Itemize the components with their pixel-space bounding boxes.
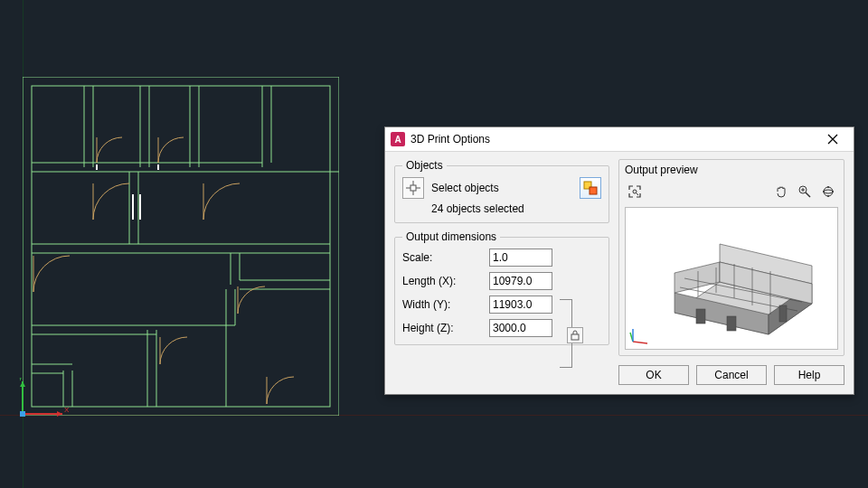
output-preview-label: Output preview (619, 160, 844, 178)
hand-icon (774, 184, 788, 199)
preview-viewport[interactable] (625, 207, 838, 350)
output-dimensions-section: Output dimensions Scale: Length (X) (394, 230, 609, 345)
svg-line-60 (806, 192, 810, 197)
ok-button[interactable]: OK (618, 365, 689, 385)
crosshair-icon (406, 181, 420, 195)
preview-3d-model (626, 208, 838, 349)
close-icon (827, 134, 838, 145)
output-dimensions-label: Output dimensions (402, 230, 500, 243)
height-input[interactable] (489, 319, 552, 337)
svg-rect-55 (590, 187, 597, 194)
objects-selected-count: 24 objects selected (431, 202, 601, 215)
zoom-icon (797, 184, 812, 199)
dialog-titlebar[interactable]: A 3D Print Options (385, 127, 854, 152)
svg-rect-56 (571, 334, 579, 340)
length-label: Length (X): (402, 275, 484, 287)
objects-section-label: Objects (402, 159, 447, 172)
zoom-button[interactable] (795, 182, 815, 202)
orbit-icon (821, 184, 835, 199)
svg-rect-82 (696, 309, 705, 324)
preview-ucs-icon (629, 324, 651, 345)
svg-line-58 (637, 193, 639, 196)
quick-select-button[interactable] (580, 177, 601, 199)
zoom-extents-button[interactable] (625, 182, 645, 202)
svg-rect-0 (23, 77, 339, 416)
app-icon: A (391, 132, 405, 146)
svg-point-64 (824, 190, 833, 193)
svg-rect-83 (727, 316, 736, 331)
cancel-button[interactable]: Cancel (696, 365, 767, 385)
zoom-extents-icon (627, 184, 642, 199)
help-button[interactable]: Help (774, 365, 844, 385)
svg-point-68 (832, 191, 834, 192)
height-label: Height (Z): (402, 322, 484, 334)
lock-aspect-button[interactable] (567, 327, 583, 343)
svg-point-63 (824, 187, 833, 196)
width-input[interactable] (489, 296, 552, 314)
dialog-button-row: OK Cancel Help (385, 361, 854, 394)
print3d-options-dialog: A 3D Print Options Objects (384, 127, 854, 395)
scale-label: Scale: (402, 251, 484, 264)
svg-rect-1 (32, 86, 330, 407)
close-button[interactable] (817, 131, 848, 147)
objects-section: Objects Select objects (394, 159, 609, 223)
svg-rect-49 (410, 185, 416, 191)
pan-button[interactable] (771, 182, 791, 202)
output-preview-section: Output preview (618, 159, 844, 356)
svg-point-66 (827, 195, 829, 197)
dialog-title-text: 3D Print Options (410, 133, 817, 145)
svg-point-65 (827, 186, 829, 188)
lock-icon (570, 330, 580, 341)
svg-point-67 (823, 191, 825, 192)
quick-select-icon (583, 181, 598, 195)
width-label: Width (Y): (402, 298, 484, 311)
select-objects-button[interactable] (402, 177, 424, 199)
select-objects-label: Select objects (431, 182, 499, 194)
orbit-button[interactable] (818, 182, 838, 202)
scale-input[interactable] (489, 249, 552, 267)
length-input[interactable] (489, 272, 552, 290)
svg-rect-84 (779, 305, 787, 322)
floorplan-drawing (23, 77, 339, 416)
svg-point-57 (633, 190, 637, 193)
svg-line-85 (633, 342, 647, 343)
